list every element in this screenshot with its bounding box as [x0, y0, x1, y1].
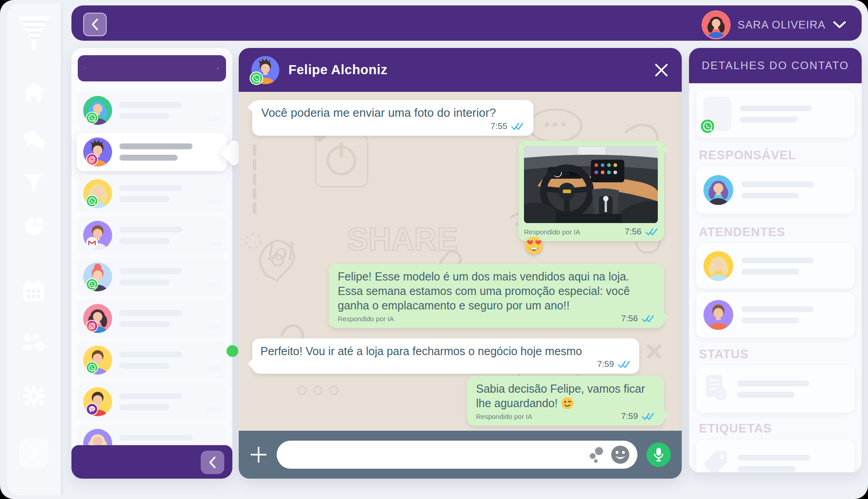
doodle-word-share: SHARE	[347, 222, 458, 257]
message-outgoing-image[interactable]: Respondido por IA 7:56	[519, 141, 664, 241]
chat-list-item[interactable]: 09m	[77, 341, 227, 379]
rail-expand-button[interactable]	[19, 438, 49, 468]
atendente-card[interactable]	[696, 243, 854, 289]
chat-list-item[interactable]: 27m	[77, 91, 227, 129]
close-chat-icon[interactable]	[654, 62, 669, 78]
search-bar	[78, 55, 226, 81]
status-document-icon: $	[703, 374, 729, 404]
chat-list-item[interactable]: 16m	[77, 258, 227, 296]
ai-reply-label: Respondido por IA	[338, 315, 394, 323]
chat-list-panel: 27m 24m	[71, 48, 232, 479]
filter-sliders-icon[interactable]	[217, 62, 219, 75]
funnel-logo-icon	[17, 14, 51, 53]
chat-list-item[interactable]: 02m	[77, 383, 227, 421]
avatar	[703, 251, 733, 281]
collapse-list-button[interactable]	[201, 451, 224, 474]
message-time: 7:56	[625, 227, 642, 237]
calendar-icon[interactable]	[23, 280, 45, 302]
filter-icon[interactable]	[24, 173, 44, 192]
settings-gear-icon[interactable]	[22, 385, 46, 408]
atendente-card[interactable]	[696, 292, 854, 337]
chat-preview-placeholder	[119, 310, 201, 327]
car-interior-photo[interactable]	[524, 146, 658, 223]
message-incoming[interactable]: Perfeito! Vou ir até a loja para fecharm…	[252, 338, 639, 374]
chat-list-item[interactable]: 19m	[77, 216, 227, 254]
chat-list-item-active[interactable]	[77, 133, 227, 171]
whatsapp-badge	[86, 361, 98, 374]
voice-record-button[interactable]	[646, 442, 671, 467]
chat-time: 24m	[208, 198, 221, 205]
chat-preview-placeholder	[119, 102, 200, 119]
top-bar: SARA OLIVEIRA	[71, 5, 862, 41]
chatbot-badge	[86, 403, 98, 415]
chat-preview-placeholder	[119, 393, 200, 410]
read-receipt-icon	[642, 413, 655, 420]
details-header: DETALHES DO CONTATO	[689, 48, 862, 83]
chat-list-footer	[71, 445, 232, 479]
responsavel-placeholder	[741, 181, 847, 199]
home-icon[interactable]	[23, 81, 45, 102]
message-text: Perfeito! Vou ir até a loja para fecharm…	[260, 344, 631, 358]
tag-icon	[703, 449, 730, 472]
assistant-dots-icon[interactable]	[589, 446, 604, 463]
icon-rail	[7, 4, 63, 495]
emoji-picker-icon[interactable]	[610, 445, 630, 465]
etiquetas-card[interactable]	[696, 440, 854, 472]
message-outgoing[interactable]: Sabia decisão Felipe, vamos ficar lhe ag…	[467, 376, 664, 426]
message-time: 7:59	[597, 359, 614, 369]
message-input-pill	[277, 441, 637, 469]
chat-time: 16m	[208, 281, 221, 289]
read-receipt-icon	[642, 315, 655, 323]
message-incoming[interactable]: Você poderia me enviar uma foto do inter…	[252, 100, 533, 136]
contact-info-placeholder	[740, 105, 847, 123]
chat-preview-placeholder	[119, 185, 200, 202]
chevron-down-icon	[833, 21, 846, 29]
pie-chart-icon[interactable]	[23, 215, 45, 237]
attach-plus-icon[interactable]	[250, 446, 268, 464]
chat-list-item[interactable]: 11m	[77, 299, 227, 337]
whatsapp-badge	[86, 195, 98, 207]
heart-eyes-reaction[interactable]	[525, 237, 543, 255]
whatsapp-badge	[250, 71, 263, 85]
contact-name: Felipe Alchoniz	[288, 62, 387, 77]
doodle-word-lol: lol	[267, 237, 294, 266]
message-composer	[239, 431, 682, 479]
message-outgoing[interactable]: Felipe! Esse modelo é um dos mais vendid…	[329, 264, 664, 328]
chat-message-area: lol SHARE FOLLOW SOC MEDIA Você poderia …	[239, 92, 682, 431]
read-receipt-icon	[511, 123, 524, 130]
status-placeholder	[737, 380, 847, 398]
section-label-etiquetas: ETIQUETAS	[699, 422, 772, 436]
status-card[interactable]: $	[696, 366, 854, 413]
etiquetas-placeholder	[738, 455, 847, 472]
svg-text:$: $	[718, 389, 723, 399]
chat-time: 19m	[208, 239, 221, 247]
read-receipt-icon	[618, 361, 631, 368]
team-settings-icon[interactable]	[21, 332, 47, 352]
avatar	[702, 10, 731, 39]
chat-preview-placeholder	[119, 227, 200, 244]
chat-time: 27m	[208, 114, 221, 122]
contact-summary-card[interactable]	[696, 90, 854, 138]
chat-time: 09m	[208, 364, 221, 372]
search-input[interactable]	[91, 63, 212, 74]
user-name: SARA OLIVEIRA	[738, 19, 826, 31]
chat-preview-placeholder	[119, 143, 213, 161]
message-text: Felipe! Esse modelo é um dos mais vendid…	[338, 269, 655, 313]
whatsapp-badge	[86, 112, 98, 124]
message-input[interactable]	[288, 449, 582, 461]
user-menu[interactable]: SARA OLIVEIRA	[702, 10, 846, 39]
app-window: SARA OLIVEIRA 27m	[0, 0, 868, 499]
chat-preview-placeholder	[119, 352, 200, 369]
chats-icon[interactable]	[23, 130, 45, 149]
responsavel-card[interactable]	[696, 166, 854, 214]
avatar	[703, 175, 733, 205]
message-text: Você poderia me enviar uma foto do inter…	[261, 105, 524, 120]
read-receipt-icon	[645, 228, 659, 236]
message-time: 7:59	[621, 411, 638, 421]
chat-list-item[interactable]: 24m	[77, 175, 227, 213]
section-label-atendentes: ATENDENTES	[699, 225, 785, 239]
instagram-badge	[86, 153, 98, 166]
back-button[interactable]	[83, 13, 107, 36]
wink-emoji	[561, 397, 574, 409]
whatsapp-badge	[86, 278, 98, 290]
